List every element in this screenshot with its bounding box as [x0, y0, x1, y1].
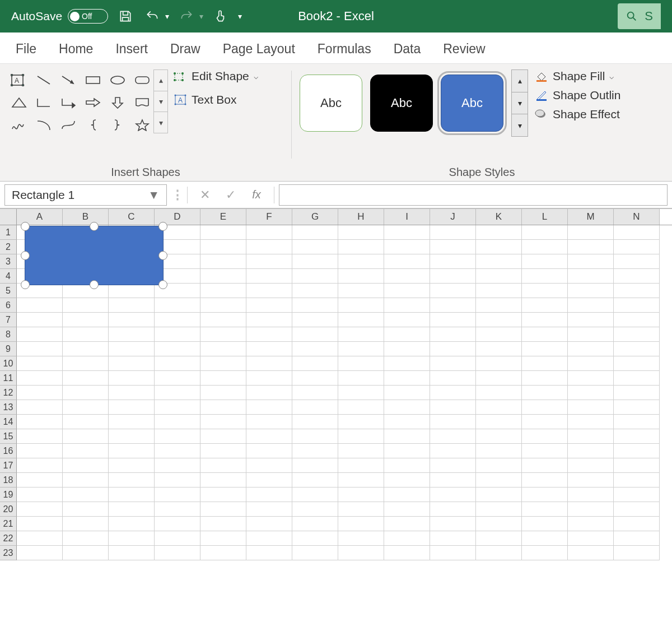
- cell[interactable]: [476, 342, 522, 356]
- cell[interactable]: [614, 342, 660, 356]
- cell[interactable]: [292, 371, 338, 386]
- cell[interactable]: [476, 386, 522, 400]
- shape-flowchart-doc-icon[interactable]: [131, 92, 153, 113]
- cell[interactable]: [109, 429, 155, 444]
- row-header[interactable]: 19: [0, 488, 17, 502]
- cell[interactable]: [200, 517, 246, 531]
- shape-elbow-arrow-icon[interactable]: [57, 92, 80, 113]
- cell[interactable]: [384, 356, 430, 371]
- cell[interactable]: [614, 400, 660, 415]
- cell[interactable]: [430, 444, 476, 458]
- cell[interactable]: [246, 458, 292, 473]
- cell[interactable]: [109, 400, 155, 415]
- selected-shape-rectangle[interactable]: [25, 226, 164, 285]
- cell[interactable]: [522, 444, 568, 458]
- cell[interactable]: [155, 313, 200, 327]
- cell[interactable]: [430, 415, 476, 429]
- cell[interactable]: [430, 313, 476, 327]
- cell[interactable]: [200, 488, 246, 502]
- cell[interactable]: [614, 356, 660, 371]
- cell[interactable]: [384, 225, 430, 240]
- cell[interactable]: [430, 356, 476, 371]
- cell[interactable]: [384, 269, 430, 284]
- cell[interactable]: [614, 488, 660, 502]
- cell[interactable]: [155, 473, 200, 488]
- formula-bar-options[interactable]: ⋮: [171, 188, 183, 202]
- row-header[interactable]: 21: [0, 517, 17, 531]
- cell[interactable]: [200, 444, 246, 458]
- cancel-formula-button[interactable]: ✕: [192, 188, 218, 202]
- cell[interactable]: [17, 313, 63, 327]
- row-header[interactable]: 1: [0, 225, 17, 240]
- cell[interactable]: [63, 488, 109, 502]
- cell[interactable]: [384, 415, 430, 429]
- cell[interactable]: [614, 415, 660, 429]
- cell[interactable]: [476, 502, 522, 517]
- cell[interactable]: [338, 444, 384, 458]
- cell[interactable]: [63, 458, 109, 473]
- row-header[interactable]: 3: [0, 254, 17, 269]
- shape-triangle-icon[interactable]: [8, 92, 30, 113]
- cell[interactable]: [568, 371, 614, 386]
- cell[interactable]: [63, 473, 109, 488]
- row-header[interactable]: 13: [0, 400, 17, 415]
- cell[interactable]: [614, 269, 660, 284]
- cell[interactable]: [63, 313, 109, 327]
- cell[interactable]: [614, 225, 660, 240]
- shape-left-brace-icon[interactable]: [82, 114, 104, 136]
- cell[interactable]: [430, 225, 476, 240]
- styles-gallery-more[interactable]: ▾: [512, 114, 528, 136]
- cell[interactable]: [292, 415, 338, 429]
- cell[interactable]: [292, 473, 338, 488]
- cell[interactable]: [522, 313, 568, 327]
- undo-button[interactable]: [143, 7, 162, 26]
- name-box-dropdown-icon[interactable]: ▼: [148, 188, 160, 202]
- cell[interactable]: [17, 488, 63, 502]
- cell[interactable]: [476, 473, 522, 488]
- cell[interactable]: [522, 298, 568, 313]
- row-header[interactable]: 9: [0, 342, 17, 356]
- cell[interactable]: [63, 356, 109, 371]
- resize-handle-bm[interactable]: [90, 280, 99, 289]
- cell[interactable]: [155, 400, 200, 415]
- cell[interactable]: [292, 502, 338, 517]
- cell[interactable]: [338, 473, 384, 488]
- shape-effects-button[interactable]: Shape Effect: [535, 108, 620, 121]
- cell[interactable]: [292, 327, 338, 342]
- row-header[interactable]: 16: [0, 444, 17, 458]
- cell[interactable]: [200, 313, 246, 327]
- cell[interactable]: [384, 502, 430, 517]
- cell[interactable]: [63, 444, 109, 458]
- cell[interactable]: [109, 327, 155, 342]
- cell[interactable]: [17, 429, 63, 444]
- formula-input[interactable]: [279, 184, 668, 206]
- cell[interactable]: [476, 444, 522, 458]
- cell[interactable]: [63, 386, 109, 400]
- cell[interactable]: [292, 269, 338, 284]
- row-header[interactable]: 10: [0, 356, 17, 371]
- cell[interactable]: [246, 240, 292, 254]
- cell[interactable]: [614, 327, 660, 342]
- row-header[interactable]: 15: [0, 429, 17, 444]
- cell[interactable]: [200, 342, 246, 356]
- cell[interactable]: [338, 517, 384, 531]
- cell[interactable]: [200, 546, 246, 560]
- text-box-button[interactable]: A Text Box: [174, 93, 258, 106]
- shape-down-arrow-icon[interactable]: [106, 92, 129, 113]
- cell[interactable]: [63, 502, 109, 517]
- cell[interactable]: [246, 429, 292, 444]
- cell[interactable]: [568, 298, 614, 313]
- cell[interactable]: [568, 488, 614, 502]
- col-header[interactable]: K: [476, 209, 522, 225]
- cell[interactable]: [476, 458, 522, 473]
- cell[interactable]: [246, 488, 292, 502]
- col-header[interactable]: L: [522, 209, 568, 225]
- cell[interactable]: [246, 386, 292, 400]
- cell[interactable]: [614, 502, 660, 517]
- cell[interactable]: [430, 371, 476, 386]
- cell[interactable]: [476, 546, 522, 560]
- cell[interactable]: [292, 386, 338, 400]
- cell[interactable]: [155, 342, 200, 356]
- shape-rounded-rect-icon[interactable]: [131, 69, 153, 91]
- cell[interactable]: [155, 488, 200, 502]
